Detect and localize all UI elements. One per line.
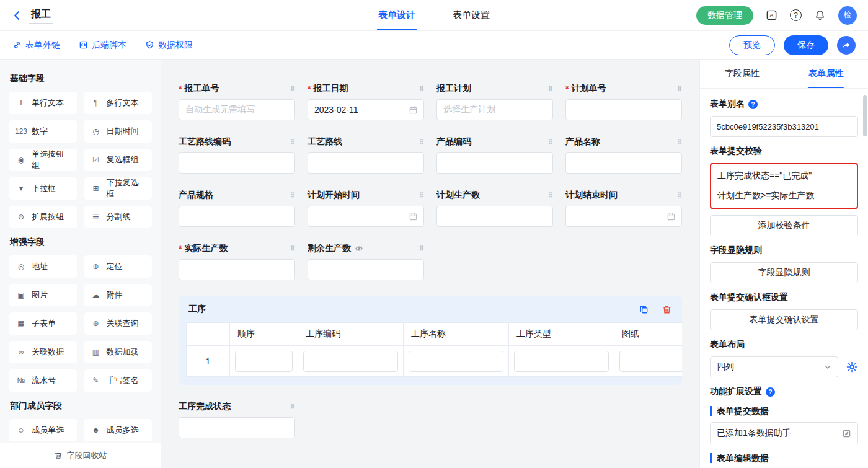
cell-input[interactable]: [409, 351, 503, 372]
drag-handle-icon[interactable]: ⠿: [418, 192, 424, 200]
drag-handle-icon[interactable]: ⠿: [547, 138, 553, 146]
drag-handle-icon[interactable]: ⠿: [418, 85, 424, 93]
field-input[interactable]: 2023-02-11: [308, 99, 424, 120]
field-type-item[interactable]: ☻成员多选: [84, 419, 153, 441]
drag-handle-icon[interactable]: ⠿: [418, 245, 424, 253]
tab-form-settings[interactable]: 表单设置: [451, 0, 491, 30]
form-field[interactable]: *报工日期⠿2023-02-11: [308, 83, 424, 120]
form-field[interactable]: 工艺路线编码⠿: [179, 136, 295, 174]
field-type-item[interactable]: ⊛关联查询: [84, 312, 153, 335]
submit-data-box[interactable]: 已添加1条数据助手: [710, 422, 858, 444]
form-field[interactable]: *计划单号⠿: [565, 83, 682, 120]
field-type-item[interactable]: ▾下拉框: [9, 177, 78, 200]
edit-icon[interactable]: [842, 429, 851, 438]
layout-select[interactable]: 四列: [710, 356, 838, 377]
validation-rule[interactable]: 计划生产数>=实际生产数: [711, 186, 857, 206]
help-icon[interactable]: ?: [748, 100, 758, 109]
calendar-icon[interactable]: [666, 212, 676, 221]
field-type-item[interactable]: ◉单选按钮组: [9, 149, 78, 171]
form-alias-input[interactable]: 5cbc0e919f52235f3b313201: [710, 116, 858, 137]
field-type-item[interactable]: ◷日期时间: [84, 120, 153, 143]
scrollbar-thumb[interactable]: [863, 95, 867, 136]
share-button[interactable]: [837, 36, 856, 55]
visibility-rules-button[interactable]: 字段显隐规则: [710, 262, 858, 283]
field-input[interactable]: 选择生产计划: [436, 99, 553, 120]
validation-rule[interactable]: 工序完成状态=="已完成": [711, 166, 857, 186]
field-type-item[interactable]: ◎地址: [9, 255, 78, 278]
form-field[interactable]: 产品名称⠿: [565, 136, 682, 174]
bell-icon[interactable]: [814, 9, 826, 21]
field-type-item[interactable]: ¶多行文本: [84, 92, 153, 114]
cell-input[interactable]: [514, 351, 609, 372]
help-icon[interactable]: ?: [790, 9, 802, 21]
help-icon[interactable]: ?: [766, 387, 775, 397]
data-manage-button[interactable]: 数据管理: [696, 6, 753, 25]
cell-input[interactable]: [235, 351, 293, 372]
calendar-icon[interactable]: [409, 212, 418, 221]
drag-handle-icon[interactable]: ⠿: [547, 192, 553, 200]
copy-icon[interactable]: [639, 304, 649, 315]
tab-field-properties[interactable]: 字段属性: [700, 60, 784, 88]
translate-icon[interactable]: A: [766, 9, 777, 21]
field-input[interactable]: [436, 152, 553, 174]
field-input[interactable]: [308, 152, 424, 174]
field-type-item[interactable]: ✎手写签名: [84, 369, 153, 392]
field-input[interactable]: [179, 206, 295, 227]
tab-form-properties[interactable]: 表单属性: [784, 60, 868, 88]
field-type-item[interactable]: 123数字: [9, 120, 78, 143]
field-type-item[interactable]: ☰分割线: [84, 206, 153, 228]
form-field[interactable]: 计划生产数⠿: [436, 190, 553, 227]
field-type-item[interactable]: №流水号: [9, 369, 78, 392]
form-external-link[interactable]: 表单外链: [12, 40, 60, 51]
form-field[interactable]: *报工单号⠿自动生成无需填写: [179, 83, 295, 120]
field-type-item[interactable]: ☑复选框组: [84, 149, 153, 171]
delete-icon[interactable]: [662, 304, 672, 315]
form-field[interactable]: *实际生产数⠿: [179, 243, 295, 280]
save-button[interactable]: 保存: [784, 35, 828, 55]
field-type-item[interactable]: ▥数据加载: [84, 341, 153, 363]
drag-handle-icon[interactable]: ⠿: [676, 85, 682, 93]
field-type-item[interactable]: ⊕定位: [84, 255, 153, 278]
panel-scrollbar[interactable]: [863, 95, 867, 443]
field-input[interactable]: [179, 152, 295, 174]
form-field[interactable]: 产品编码⠿: [436, 136, 553, 174]
drag-handle-icon[interactable]: ⠿: [290, 138, 295, 146]
field-input[interactable]: [565, 99, 682, 120]
backend-script-link[interactable]: 后端脚本: [79, 40, 126, 51]
form-field[interactable]: 产品规格⠿: [179, 190, 295, 227]
field-input[interactable]: [308, 206, 424, 227]
field-input[interactable]: [179, 259, 295, 280]
drag-handle-icon[interactable]: ⠿: [290, 403, 295, 411]
field-type-item[interactable]: ☺成员单选: [9, 419, 78, 441]
drag-handle-icon[interactable]: ⠿: [418, 138, 424, 146]
field-recycle-bin[interactable]: 字段回收站: [0, 443, 161, 468]
field-input[interactable]: [565, 152, 682, 174]
add-validation-button[interactable]: 添加校验条件: [710, 215, 858, 236]
drag-handle-icon[interactable]: ⠿: [676, 192, 682, 200]
preview-button[interactable]: 预览: [729, 35, 775, 55]
form-field[interactable]: 剩余生产数⠿: [308, 243, 424, 280]
drag-handle-icon[interactable]: ⠿: [547, 85, 553, 93]
cell-input[interactable]: [303, 351, 398, 372]
field-input[interactable]: [308, 259, 424, 280]
calendar-icon[interactable]: [409, 105, 418, 115]
field-type-item[interactable]: ▦子表单: [9, 312, 78, 335]
field-type-item[interactable]: T单行文本: [9, 92, 78, 114]
drag-handle-icon[interactable]: ⠿: [290, 245, 295, 253]
form-field[interactable]: 计划结束时间⠿: [565, 190, 682, 227]
field-type-item[interactable]: ☁附件: [84, 284, 153, 306]
form-field[interactable]: 工序完成状态⠿: [179, 401, 295, 438]
confirm-settings-button[interactable]: 表单提交确认设置: [710, 309, 858, 330]
form-field[interactable]: 工艺路线⠿: [308, 136, 424, 174]
field-input[interactable]: [436, 206, 553, 227]
data-permission-link[interactable]: 数据权限: [145, 40, 193, 51]
drag-handle-icon[interactable]: ⠿: [290, 85, 295, 93]
drag-handle-icon[interactable]: ⠿: [676, 138, 682, 146]
field-input[interactable]: [179, 417, 295, 438]
form-field[interactable]: 计划开始时间⠿: [308, 190, 424, 227]
field-type-item[interactable]: ▣图片: [9, 284, 78, 306]
field-input[interactable]: 自动生成无需填写: [179, 99, 295, 120]
avatar[interactable]: 检: [838, 6, 857, 25]
field-type-item[interactable]: ⊚扩展按钮: [9, 206, 78, 228]
gear-icon[interactable]: [846, 361, 858, 373]
